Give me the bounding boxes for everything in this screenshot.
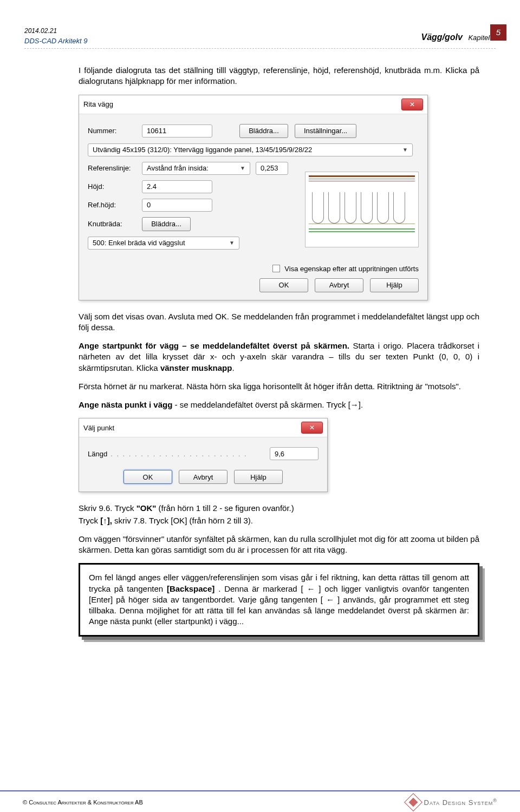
mid2-end: . xyxy=(232,363,234,372)
after1-a: Skriv 9.6. Tryck xyxy=(79,503,136,513)
chevron-down-icon: ▼ xyxy=(229,240,235,246)
rita-vagg-dialog: Rita vägg ✕ Nummer: 10611 Bläddra... Ins… xyxy=(79,95,428,300)
chevron-down-icon: ▼ xyxy=(240,165,245,171)
hojd-input[interactable]: 2.4 xyxy=(142,180,212,193)
footer-left: © Consultec Arkitekter & Konstruktörer A… xyxy=(23,799,143,806)
hjalp-button[interactable]: Hjälp xyxy=(370,278,419,292)
header-right: Vägg/golv Kapitel 2 xyxy=(421,32,496,42)
footer-brand: Data Design System® xyxy=(424,798,498,807)
refhojd-input[interactable]: 0 xyxy=(142,199,212,212)
close-icon[interactable]: ✕ xyxy=(301,422,323,434)
visa-egenskap-checkbox[interactable] xyxy=(272,265,280,272)
after2-a: Tryck xyxy=(79,516,100,525)
mid-para-3: Första hörnet är nu markerat. Nästa hörn… xyxy=(79,381,479,392)
chevron-down-icon: ▼ xyxy=(402,147,408,153)
reflinje-value-input[interactable]: 0,253 xyxy=(256,162,288,175)
mid-para-2: Ange startpunkt för vägg – se meddelande… xyxy=(79,340,479,374)
after2-b: [↑], xyxy=(100,516,114,525)
bladdra2-button[interactable]: Bläddra... xyxy=(142,217,191,231)
hjalp-button[interactable]: Hjälp xyxy=(234,470,283,484)
mid4-bold: Ange nästa punkt i vägg xyxy=(79,400,172,409)
brada-dropdown[interactable]: 500: Enkel bräda vid väggslut ▼ xyxy=(88,237,239,250)
page-number-badge: 5 xyxy=(490,24,506,41)
ok-button[interactable]: OK xyxy=(259,278,308,292)
nummer-input[interactable]: 10611 xyxy=(142,125,212,137)
avbryt-button[interactable]: Avbryt xyxy=(179,470,227,484)
installningar-button[interactable]: Inställningar... xyxy=(295,124,356,138)
type-dropdown-value: Utvändig 45x195 (312/0): Yttervägg ligga… xyxy=(93,146,312,154)
after1-c: (från hörn 1 till 2 - se figuren ovanför… xyxy=(159,503,294,513)
valj-punkt-dialog: Välj punkt ✕ Längd . . . . . . . . . . .… xyxy=(79,418,328,492)
visa-egenskap-label: Visa egenskap efter att uppritningen utf… xyxy=(284,265,419,273)
mid2-bold: Ange startpunkt för vägg – se meddelande… xyxy=(79,341,349,350)
after2-c: skriv 7.8. Tryck [OK] (från hörn 2 till … xyxy=(114,516,253,525)
after-para-2: Tryck [↑], skriv 7.8. Tryck [OK] (från h… xyxy=(79,515,479,526)
mid-para-4: Ange nästa punkt i vägg - se meddelandef… xyxy=(79,400,479,410)
reflinje-dropdown[interactable]: Avstånd från insida: ▼ xyxy=(142,162,250,175)
tip-box: Om fel längd anges eller väggen/referens… xyxy=(79,563,479,636)
dialog2-title: Välj punkt xyxy=(83,424,114,432)
brada-value: 500: Enkel bräda vid väggslut xyxy=(93,239,185,247)
label-reflinje: Referenslinje: xyxy=(88,164,142,172)
header-section: Vägg/golv xyxy=(421,32,463,42)
after-para-3: Om väggen "försvinner" utanför synfältet… xyxy=(79,534,479,556)
ok-button[interactable]: OK xyxy=(123,470,172,484)
reflinje-mode: Avstånd från insida: xyxy=(147,164,209,172)
dds-logo-icon xyxy=(404,793,422,811)
mid2-bold2: vänster musknapp xyxy=(160,363,232,372)
intro-paragraph: I följande dialogruta tas det ställning … xyxy=(79,65,479,87)
dialog1-title: Rita vägg xyxy=(83,100,113,108)
bladdra-button[interactable]: Bläddra... xyxy=(239,124,288,138)
dots-filler: . . . . . . . . . . . . . . . . . . . . … xyxy=(110,450,266,458)
close-icon[interactable]: ✕ xyxy=(401,99,423,110)
footer-right: Data Design System® xyxy=(407,796,498,809)
langd-label: Längd xyxy=(88,450,107,458)
label-refhojd: Ref.höjd: xyxy=(88,201,142,209)
header-divider xyxy=(24,48,496,49)
avbryt-button[interactable]: Avbryt xyxy=(315,278,363,292)
after-para-1: Skriv 9.6. Tryck "OK" (från hörn 1 till … xyxy=(79,503,479,514)
label-hojd: Höjd: xyxy=(88,182,142,191)
label-knutbrada: Knutbräda: xyxy=(88,220,142,228)
langd-input[interactable]: 9,6 xyxy=(270,447,318,460)
mid-para-1: Välj som det visas ovan. Avsluta med OK.… xyxy=(79,311,479,333)
wall-preview xyxy=(305,172,419,247)
box-b: [Backspace] xyxy=(167,584,214,593)
label-nummer: Nummer: xyxy=(88,127,142,135)
after1-b: "OK" xyxy=(136,503,157,513)
mid4-post: - se meddelandefältet överst på skärmen.… xyxy=(175,400,363,409)
type-dropdown[interactable]: Utvändig 45x195 (312/0): Yttervägg ligga… xyxy=(88,143,413,156)
